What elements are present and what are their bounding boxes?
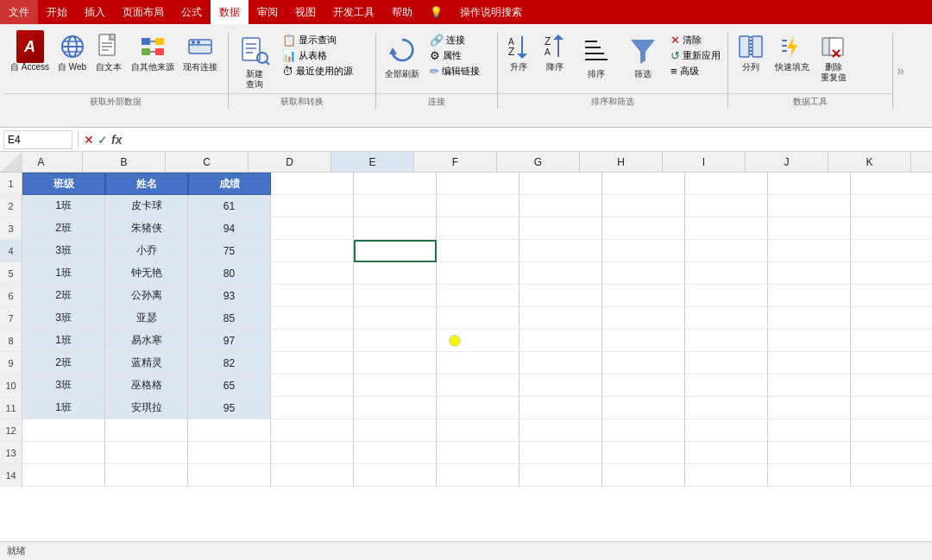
cell-g12[interactable]	[520, 419, 602, 442]
cell-g14[interactable]	[520, 464, 602, 487]
cell-h9[interactable]	[602, 352, 685, 374]
menu-insert[interactable]: 插入	[76, 0, 114, 24]
cell-d9[interactable]	[271, 352, 354, 374]
advanced-button[interactable]: ≡ 高级	[667, 64, 724, 79]
col-header-j[interactable]: J	[746, 152, 828, 172]
cell-j10[interactable]	[768, 374, 851, 397]
cell-c8[interactable]: 97	[188, 330, 271, 352]
cell-g4[interactable]	[520, 240, 602, 262]
row-num-3[interactable]: 3	[0, 217, 22, 240]
cell-c10[interactable]: 65	[188, 374, 271, 397]
sort-button[interactable]: 排序	[574, 31, 619, 81]
cell-e10[interactable]	[354, 374, 437, 397]
row-num-4[interactable]: 4	[0, 240, 22, 262]
cell-f13[interactable]	[437, 442, 520, 464]
cell-a11[interactable]: 1班	[22, 397, 105, 419]
cell-d6[interactable]	[271, 285, 354, 307]
menu-lightbulb-icon[interactable]: 💡	[421, 0, 451, 24]
cell-e9[interactable]	[354, 352, 437, 374]
cell-c7[interactable]: 85	[188, 307, 271, 330]
refresh-all-button[interactable]: 全部刷新	[380, 31, 425, 81]
cell-e8[interactable]	[354, 330, 437, 352]
cell-c12[interactable]	[188, 419, 271, 442]
cell-h14[interactable]	[602, 464, 685, 487]
cell-b6[interactable]: 公孙离	[105, 285, 188, 307]
remove-dup-button[interactable]: 删除 重复值	[815, 31, 853, 85]
cell-b11[interactable]: 安琪拉	[105, 397, 188, 419]
cell-j1[interactable]	[768, 173, 851, 195]
cell-h10[interactable]	[602, 374, 685, 397]
cell-a10[interactable]: 3班	[22, 374, 105, 397]
col-header-d[interactable]: D	[249, 152, 331, 172]
cell-b10[interactable]: 巫格格	[105, 374, 188, 397]
cell-a8[interactable]: 1班	[22, 330, 105, 352]
cell-c2[interactable]: 61	[188, 195, 271, 217]
cell-d3[interactable]	[271, 217, 354, 240]
cell-k1[interactable]	[851, 173, 932, 195]
cell-b3[interactable]: 朱猪侠	[105, 217, 188, 240]
row-num-6[interactable]: 6	[0, 285, 22, 307]
cell-e3[interactable]	[354, 217, 437, 240]
cell-a14[interactable]	[22, 464, 105, 487]
cell-j7[interactable]	[768, 307, 851, 330]
clear-button[interactable]: ✕ 清除	[667, 33, 724, 47]
cell-f8[interactable]	[437, 330, 520, 352]
cell-f1[interactable]	[437, 173, 520, 195]
cell-g9[interactable]	[520, 352, 602, 374]
cell-j2[interactable]	[768, 195, 851, 217]
cell-b8[interactable]: 易水寒	[105, 330, 188, 352]
cell-c11[interactable]: 95	[188, 397, 271, 419]
cell-i6[interactable]	[685, 285, 768, 307]
cell-h11[interactable]	[602, 397, 685, 419]
cell-f3[interactable]	[437, 217, 520, 240]
menu-developer[interactable]: 开发工具	[324, 0, 383, 24]
row-num-8[interactable]: 8	[0, 330, 22, 352]
col-header-f[interactable]: F	[414, 152, 497, 172]
cell-a13[interactable]	[22, 442, 105, 464]
web-button[interactable]: 自 Web	[54, 31, 90, 74]
cell-k8[interactable]	[851, 330, 932, 352]
cell-h5[interactable]	[602, 262, 685, 285]
cell-i14[interactable]	[685, 464, 768, 487]
recent-sources-button[interactable]: ⏱ 最近使用的源	[279, 64, 356, 79]
cell-g11[interactable]	[520, 397, 602, 419]
cell-i2[interactable]	[685, 195, 768, 217]
cell-f14[interactable]	[437, 464, 520, 487]
cell-i9[interactable]	[685, 352, 768, 374]
menu-page-layout[interactable]: 页面布局	[114, 0, 173, 24]
properties-button[interactable]: ⚙ 属性	[426, 48, 483, 63]
cell-b7[interactable]: 亚瑟	[105, 307, 188, 330]
cell-h8[interactable]	[602, 330, 685, 352]
cell-d8[interactable]	[271, 330, 354, 352]
menu-home[interactable]: 开始	[38, 0, 76, 24]
cell-i1[interactable]	[685, 173, 768, 195]
cell-j12[interactable]	[768, 419, 851, 442]
cell-j5[interactable]	[768, 262, 851, 285]
cell-h12[interactable]	[602, 419, 685, 442]
cell-i13[interactable]	[685, 442, 768, 464]
menu-view[interactable]: 视图	[287, 0, 324, 24]
row-num-11[interactable]: 11	[0, 397, 22, 419]
cell-k6[interactable]	[851, 285, 932, 307]
cell-f9[interactable]	[437, 352, 520, 374]
cell-h6[interactable]	[602, 285, 685, 307]
cell-j3[interactable]	[768, 217, 851, 240]
other-sources-button[interactable]: 自其他来源	[128, 31, 178, 74]
cell-b4[interactable]: 小乔	[105, 240, 188, 262]
cell-c13[interactable]	[188, 442, 271, 464]
menu-file[interactable]: 文件	[0, 0, 38, 24]
cell-e12[interactable]	[354, 419, 437, 442]
menu-data[interactable]: 数据	[211, 0, 249, 24]
cell-h3[interactable]	[602, 217, 685, 240]
cell-i11[interactable]	[685, 397, 768, 419]
col-header-g[interactable]: G	[497, 152, 580, 172]
cell-i8[interactable]	[685, 330, 768, 352]
row-num-2[interactable]: 2	[0, 195, 22, 217]
cell-a4[interactable]: 3班	[22, 240, 105, 262]
cell-f11[interactable]	[437, 397, 520, 419]
insert-function-icon[interactable]: fx	[111, 133, 122, 147]
cell-a5[interactable]: 1班	[22, 262, 105, 285]
cell-i3[interactable]	[685, 217, 768, 240]
cell-d10[interactable]	[271, 374, 354, 397]
cell-h13[interactable]	[602, 442, 685, 464]
